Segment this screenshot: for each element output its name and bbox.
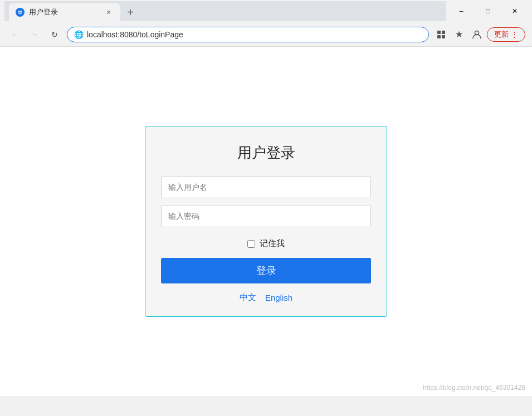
page-content: 用户登录 记住我 登录 中文 English https://blog.csdn… — [0, 47, 532, 396]
svg-rect-5 — [437, 35, 441, 38]
back-button[interactable]: ← — [7, 27, 22, 42]
minimize-button[interactable]: – — [448, 3, 474, 19]
remember-row: 记住我 — [161, 238, 371, 249]
update-label: 更新 — [494, 30, 509, 40]
address-url: localhost:8080/toLoginPage — [87, 30, 183, 39]
address-bar[interactable]: 🌐 localhost:8080/toLoginPage — [67, 27, 429, 42]
username-input[interactable] — [161, 176, 371, 198]
language-row: 中文 English — [161, 292, 371, 303]
address-bar-icon: 🌐 — [74, 30, 84, 39]
close-button[interactable]: ✕ — [502, 3, 528, 19]
chinese-language-link[interactable]: 中文 — [240, 292, 256, 303]
forward-button[interactable]: → — [27, 27, 42, 42]
update-button[interactable]: 更新 ⋮ — [487, 27, 525, 42]
remember-label: 记住我 — [260, 238, 285, 249]
svg-rect-4 — [442, 31, 445, 34]
refresh-button[interactable]: ↻ — [47, 27, 62, 42]
browser-tab[interactable]: 用户登录 × — [9, 3, 120, 21]
extensions-button[interactable] — [433, 27, 449, 42]
password-input[interactable] — [161, 205, 371, 227]
watermark: https://blog.csdn.net/qq_46301426 — [423, 384, 525, 391]
tab-title-text: 用户登录 — [29, 7, 99, 17]
profile-button[interactable] — [469, 27, 485, 42]
svg-rect-6 — [442, 35, 445, 38]
more-icon: ⋮ — [511, 30, 518, 38]
login-card: 用户登录 记住我 登录 中文 English — [145, 126, 387, 317]
login-button[interactable]: 登录 — [161, 258, 371, 283]
svg-rect-3 — [437, 31, 441, 34]
bookmark-button[interactable]: ★ — [451, 27, 467, 42]
login-title: 用户登录 — [161, 143, 371, 163]
english-language-link[interactable]: English — [265, 293, 292, 302]
remember-checkbox[interactable] — [247, 240, 255, 248]
tab-favicon — [16, 8, 25, 17]
maximize-button[interactable]: □ — [475, 3, 501, 19]
new-tab-button[interactable]: + — [123, 4, 138, 20]
tab-close-button[interactable]: × — [104, 7, 114, 17]
